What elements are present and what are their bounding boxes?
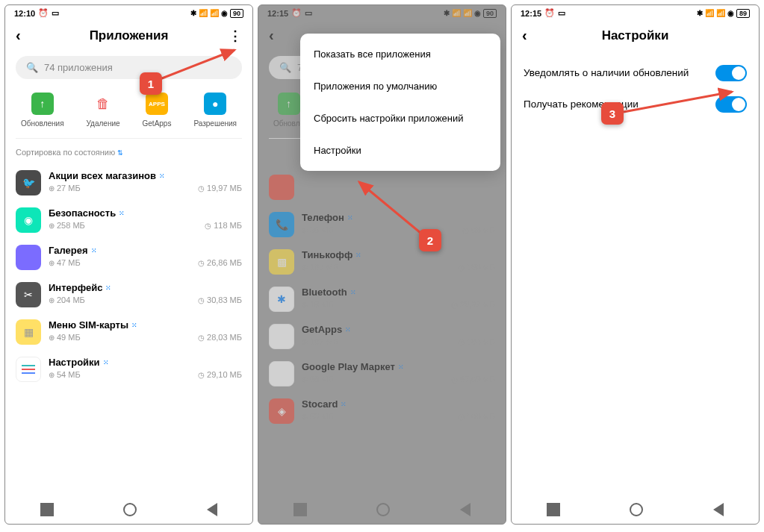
app-row[interactable]: ▶ Google Play Маркет⁙ ⊕96 МБ◷97,09 МБ bbox=[269, 355, 495, 392]
nav-back[interactable] bbox=[713, 503, 724, 516]
popup-default-apps[interactable]: Приложения по умолчанию bbox=[300, 70, 500, 102]
clock-icon: ◷ bbox=[198, 296, 205, 304]
loading-icon: ⁙ bbox=[91, 247, 97, 254]
popup-settings[interactable]: Настройки bbox=[300, 134, 500, 166]
action-updates[interactable]: ↑ Обновле bbox=[273, 93, 304, 128]
getapps-icon: APPS bbox=[146, 93, 168, 115]
memory-icon: ⊕ bbox=[49, 334, 55, 342]
nav-home[interactable] bbox=[376, 503, 390, 516]
sort-arrows-icon: ⇅ bbox=[117, 149, 123, 157]
app-row[interactable]: Галерея⁙ ⊕47 МБ◷26,86 МБ bbox=[16, 239, 242, 276]
sort-button[interactable]: Сортировка по состоянию ⇅ bbox=[5, 146, 252, 164]
wifi-icon: ◉ bbox=[727, 9, 734, 17]
app-icon: ✂ bbox=[16, 282, 41, 307]
app-row[interactable]: ▦ Меню SIM-карты⁙ ⊕49 МБ◷28,03 МБ bbox=[16, 313, 242, 351]
popup-show-all[interactable]: Показать все приложения bbox=[300, 38, 500, 70]
loading-icon: ⁙ bbox=[350, 289, 356, 296]
battery-indicator: 90 bbox=[483, 9, 497, 18]
loading-icon: ⁙ bbox=[119, 210, 125, 217]
app-list: 📞 Телефон⁙ ⊕39 МБ◷08 МБ ▩ Тинькофф⁙ ⊕109… bbox=[258, 169, 506, 430]
alarm-icon: ⏰ bbox=[291, 8, 302, 18]
divider bbox=[16, 138, 242, 139]
memory-icon: ⊕ bbox=[49, 371, 55, 379]
app-icon bbox=[269, 175, 294, 200]
app-row[interactable]: Настройки⁙ ⊕54 МБ◷29,10 МБ bbox=[16, 351, 242, 388]
status-bar: 12:15 ⏰ ▭ ✱ 📶 📶 ◉ 89 bbox=[512, 5, 759, 21]
memory-icon: ⊕ bbox=[49, 259, 55, 267]
back-button[interactable]: ‹ bbox=[16, 27, 37, 44]
popup-reset-prefs[interactable]: Сбросить настройки приложений bbox=[300, 102, 500, 134]
memory-icon: ⊕ bbox=[302, 226, 308, 234]
setting-notify-updates: Уведомлять о наличии обновлений bbox=[524, 57, 747, 89]
app-row[interactable]: ✂ Интерфейс⁙ ⊕204 МБ◷30,83 МБ bbox=[16, 276, 242, 313]
toggle-notify-updates[interactable] bbox=[715, 65, 747, 81]
app-row[interactable]: 📞 Телефон⁙ ⊕39 МБ◷08 МБ bbox=[269, 206, 495, 243]
back-button[interactable]: ‹ bbox=[269, 27, 290, 44]
nav-recent[interactable] bbox=[40, 503, 54, 516]
nav-back[interactable] bbox=[460, 503, 470, 516]
nav-back[interactable] bbox=[207, 503, 217, 516]
delete-icon: 🗑 bbox=[92, 93, 114, 115]
nav-recent[interactable] bbox=[547, 503, 560, 516]
alarm-icon: ⏰ bbox=[38, 8, 49, 18]
clock-icon: ◷ bbox=[205, 222, 211, 230]
app-icon: ◈ bbox=[269, 324, 294, 349]
clock-icon: ◷ bbox=[198, 259, 205, 267]
memory-icon: ⊕ bbox=[302, 413, 308, 421]
wifi-icon: ◉ bbox=[221, 9, 228, 17]
header: ‹ Настройки bbox=[512, 21, 759, 48]
search-input[interactable]: 🔍 74 приложения bbox=[16, 56, 242, 79]
nav-bar bbox=[512, 495, 759, 524]
screen-2-popup: 12:15 ⏰ ▭ ✱ 📶 📶 ◉ 90 ‹ 🔍 74 пр ↑ Обновле bbox=[258, 4, 506, 525]
bluetooth-icon: ✱ bbox=[190, 9, 196, 17]
search-icon: 🔍 bbox=[279, 62, 291, 73]
screen-1-apps: 12:10 ⏰ ▭ ✱ 📶 📶 ◉ 90 ‹ Приложения ⋮ 🔍 74… bbox=[4, 4, 253, 525]
action-permissions[interactable]: ● Разрешения bbox=[193, 93, 237, 128]
action-delete[interactable]: 🗑 Удаление bbox=[87, 93, 120, 128]
update-icon: ↑ bbox=[31, 93, 54, 115]
memory-icon: ⊕ bbox=[302, 375, 308, 384]
app-row[interactable]: ◉ Безопасность⁙ ⊕258 МБ◷118 МБ bbox=[16, 201, 242, 239]
loading-icon: ⁙ bbox=[345, 326, 351, 334]
screen-3-settings: 12:15 ⏰ ▭ ✱ 📶 📶 ◉ 89 ‹ Настройки Уведомл… bbox=[511, 4, 760, 525]
app-row[interactable]: ▩ Тинькофф⁙ ⊕109 МБ◷180 МБ bbox=[269, 243, 495, 281]
more-button[interactable]: ⋮ bbox=[229, 28, 242, 44]
app-row[interactable] bbox=[269, 169, 495, 206]
action-getapps[interactable]: APPS GetApps bbox=[143, 93, 172, 128]
clock-icon: ◷ bbox=[462, 226, 469, 234]
clock-icon: ◷ bbox=[458, 413, 465, 421]
action-updates[interactable]: ↑ Обновления bbox=[21, 93, 64, 128]
loading-icon: ⁙ bbox=[103, 359, 109, 366]
signal-icon: 📶 📶 bbox=[705, 9, 725, 17]
settings-list: Уведомлять о наличии обновлений Получать… bbox=[512, 48, 759, 129]
app-icon: ▦ bbox=[16, 319, 41, 345]
window-icon: ▭ bbox=[52, 8, 59, 18]
status-bar: 12:10 ⏰ ▭ ✱ 📶 📶 ◉ 90 bbox=[5, 5, 252, 21]
bluetooth-icon: ✱ bbox=[697, 9, 703, 17]
status-time: 12:15 bbox=[267, 9, 288, 18]
loading-icon: ⁙ bbox=[341, 401, 347, 408]
app-row[interactable]: ✱ Bluetooth⁙ ⊕18 МБ◷28,32 МБ bbox=[269, 281, 495, 318]
search-placeholder: 74 приложения bbox=[44, 62, 113, 73]
app-icon: ▶ bbox=[269, 361, 294, 387]
battery-indicator: 89 bbox=[736, 9, 750, 18]
bluetooth-icon: ✱ bbox=[444, 9, 450, 17]
nav-home[interactable] bbox=[123, 503, 137, 516]
app-row[interactable]: ◈ GetApps⁙ ⊕107 МБ◷184 МБ bbox=[269, 318, 495, 355]
battery-indicator: 90 bbox=[230, 9, 243, 18]
app-icon: 📞 bbox=[269, 212, 294, 237]
memory-icon: ⊕ bbox=[49, 222, 55, 230]
app-icon: ◈ bbox=[269, 398, 294, 424]
status-time: 12:10 bbox=[14, 9, 35, 18]
signal-icon: 📶 📶 bbox=[199, 9, 219, 17]
app-row[interactable]: ◈ Stocard⁙ ⊕53 МБ◷100 МБ bbox=[269, 392, 495, 430]
nav-home[interactable] bbox=[630, 503, 643, 516]
app-icon bbox=[16, 357, 41, 382]
header: ‹ Приложения ⋮ bbox=[5, 21, 252, 48]
app-row[interactable]: 🐦 Акции всех магазинов⁙ ⊕27 МБ◷19,97 МБ bbox=[16, 164, 242, 201]
toggle-recommendations[interactable] bbox=[715, 96, 747, 113]
back-button[interactable]: ‹ bbox=[522, 27, 543, 44]
popup-menu: Показать все приложения Приложения по ум… bbox=[300, 34, 500, 171]
memory-icon: ⊕ bbox=[49, 296, 55, 304]
nav-recent[interactable] bbox=[294, 503, 307, 516]
